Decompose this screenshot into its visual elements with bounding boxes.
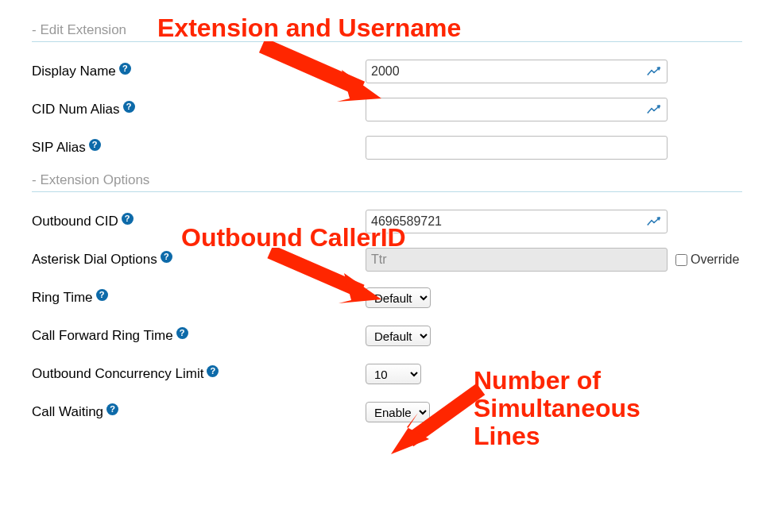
label-outbound-concurrency-limit: Outbound Concurrency Limit ? <box>32 366 366 382</box>
label-text: Call Waiting <box>32 404 103 420</box>
override-label: Override <box>691 253 739 267</box>
help-icon[interactable]: ? <box>89 139 101 151</box>
row-outbound-concurrency-limit: Outbound Concurrency Limit ? 10 <box>32 360 742 387</box>
label-text: Outbound Concurrency Limit <box>32 366 203 382</box>
label-text: Ring Time <box>32 290 93 306</box>
label-outbound-cid: Outbound CID ? <box>32 214 366 229</box>
label-asterisk-dial-options: Asterisk Dial Options ? <box>32 252 366 268</box>
label-text: Display Name <box>32 64 116 79</box>
row-display-name: Display Name ? <box>32 58 742 85</box>
label-text: SIP Alias <box>32 140 86 156</box>
row-ring-time: Ring Time ? Default <box>32 284 742 311</box>
label-display-name: Display Name ? <box>32 64 366 79</box>
input-wrap <box>366 98 668 121</box>
input-wrap <box>366 136 668 160</box>
section-header-extension-options: - Extension Options <box>32 172 742 188</box>
input-wrap <box>366 248 668 272</box>
label-ring-time: Ring Time ? <box>32 290 366 306</box>
row-asterisk-dial-options: Asterisk Dial Options ? Override <box>32 246 742 273</box>
row-cid-num-alias: CID Num Alias ? <box>32 96 742 123</box>
ring-time-select[interactable]: Default <box>366 287 431 308</box>
help-icon[interactable]: ? <box>161 251 172 263</box>
help-icon[interactable]: ? <box>106 403 118 415</box>
label-text: Call Forward Ring Time <box>32 328 173 344</box>
override-checkbox[interactable] <box>675 254 687 266</box>
section-divider <box>32 191 742 192</box>
label-text: Asterisk Dial Options <box>32 252 157 268</box>
label-cid-num-alias: CID Num Alias ? <box>32 102 366 118</box>
input-wrap <box>366 210 668 233</box>
outbound-cid-input[interactable] <box>366 210 668 233</box>
section-header-edit-extension: - Edit Extension <box>32 22 742 38</box>
autocomplete-icon <box>647 216 661 227</box>
section-divider <box>32 41 742 42</box>
label-sip-alias: SIP Alias ? <box>32 140 366 156</box>
help-icon[interactable]: ? <box>207 365 219 377</box>
label-call-waiting: Call Waiting ? <box>32 404 366 420</box>
autocomplete-icon <box>647 66 661 77</box>
asterisk-dial-options-input <box>366 248 668 272</box>
outbound-concurrency-limit-select[interactable]: 10 <box>366 364 421 384</box>
call-waiting-select[interactable]: Enable <box>366 402 430 422</box>
call-forward-ring-time-select[interactable]: Default <box>366 326 431 346</box>
help-icon[interactable]: ? <box>176 327 188 339</box>
sip-alias-input[interactable] <box>366 136 668 160</box>
label-text: Outbound CID <box>32 214 118 229</box>
autocomplete-icon <box>647 104 661 115</box>
help-icon[interactable]: ? <box>119 63 131 75</box>
row-sip-alias: SIP Alias ? <box>32 134 742 161</box>
row-call-forward-ring-time: Call Forward Ring Time ? Default <box>32 322 742 349</box>
override-checkbox-wrap[interactable]: Override <box>672 252 739 268</box>
row-outbound-cid: Outbound CID ? <box>32 208 742 235</box>
help-icon[interactable]: ? <box>122 213 134 225</box>
display-name-input[interactable] <box>366 60 668 83</box>
label-call-forward-ring-time: Call Forward Ring Time ? <box>32 328 366 344</box>
input-wrap <box>366 60 668 83</box>
help-icon[interactable]: ? <box>123 101 135 113</box>
cid-num-alias-input[interactable] <box>366 98 668 121</box>
row-call-waiting: Call Waiting ? Enable <box>32 399 742 426</box>
annotation-line: Lines <box>474 422 640 450</box>
help-icon[interactable]: ? <box>96 289 108 301</box>
label-text: CID Num Alias <box>32 102 120 118</box>
